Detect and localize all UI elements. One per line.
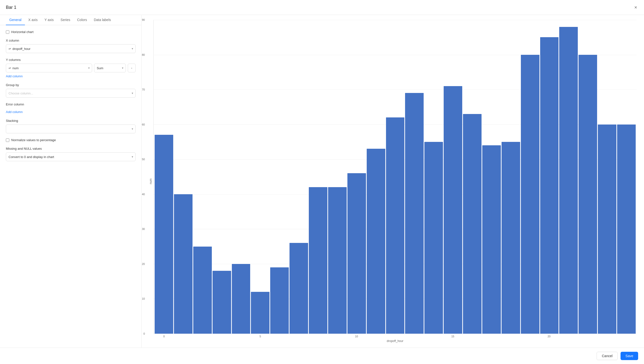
x-tick-label xyxy=(462,335,482,338)
horizontal-chart-label: Horizontal chart xyxy=(11,30,34,34)
bar xyxy=(559,27,578,334)
y-tick: 80 xyxy=(137,53,145,56)
bar xyxy=(212,271,231,334)
x-tick-label: 20 xyxy=(540,335,559,338)
x-column-select[interactable]: ⇌ dropoff_hour xyxy=(6,44,136,53)
chart-panel: num 9080706050403020100 05101520 dropoff… xyxy=(142,15,644,348)
x-tick-label xyxy=(212,335,231,338)
y-remove-button[interactable]: - xyxy=(128,64,136,72)
bar xyxy=(309,187,327,334)
horizontal-chart-row: Horizontal chart xyxy=(6,30,136,34)
close-button[interactable]: × xyxy=(633,4,638,11)
tab-datalabels[interactable]: Data labels xyxy=(90,15,114,25)
y-tick: 60 xyxy=(137,123,145,126)
tab-xaxis[interactable]: X axis xyxy=(25,15,41,25)
y-column-select-wrapper: ⇌ num ▾ xyxy=(6,64,92,72)
group-by-select-wrapper: Choose column... ▾ xyxy=(6,89,136,98)
tab-general[interactable]: General xyxy=(6,15,25,25)
y-column-select[interactable]: ⇌ num xyxy=(6,64,92,72)
x-column-label: X column xyxy=(6,39,136,42)
x-tick-label xyxy=(578,335,597,338)
bar xyxy=(598,124,616,334)
x-tick-label xyxy=(482,335,501,338)
cancel-button[interactable]: Cancel xyxy=(596,352,618,360)
missing-null-section: Missing and NULL values Convert to 0 and… xyxy=(6,147,136,161)
group-by-section: Group by Choose column... ▾ xyxy=(6,83,136,98)
x-column-value: dropoff_hour xyxy=(12,47,30,51)
x-column-section: X column ⇌ dropoff_hour ▾ xyxy=(6,39,136,53)
y-tick: 50 xyxy=(137,158,145,161)
chart-area: num 9080706050403020100 05101520 dropoff… xyxy=(149,20,637,343)
horizontal-chart-checkbox[interactable] xyxy=(6,30,9,34)
dialog-title: Bar 1 xyxy=(6,5,16,10)
x-tick-label xyxy=(520,335,540,338)
chart-grid: 9080706050403020100 xyxy=(154,20,637,334)
bar xyxy=(578,55,597,334)
tab-bar: General X axis Y axis Series Colors Data… xyxy=(0,15,142,25)
grid-line xyxy=(154,334,637,334)
x-tick-label xyxy=(424,335,443,338)
y-tick: 0 xyxy=(137,332,145,335)
tab-colors[interactable]: Colors xyxy=(74,15,90,25)
y-axis-label: num xyxy=(149,20,152,343)
bar xyxy=(328,187,347,334)
group-by-select[interactable]: Choose column... xyxy=(6,89,136,98)
bar xyxy=(174,194,192,334)
bar xyxy=(482,145,501,334)
bar xyxy=(405,93,424,334)
normalize-row: Normalize values to percentage xyxy=(6,138,136,142)
y-column-value: num xyxy=(12,66,18,70)
x-tick-label xyxy=(289,335,308,338)
x-tick-label: 10 xyxy=(347,335,366,338)
x-column-select-wrapper: ⇌ dropoff_hour ▾ xyxy=(6,44,136,53)
missing-null-value: Convert to 0 and display in chart xyxy=(8,155,54,159)
stacking-select[interactable] xyxy=(6,124,136,133)
x-tick-label xyxy=(366,335,386,338)
y-columns-label: Y columns xyxy=(6,58,136,62)
bar xyxy=(290,243,308,334)
y-add-column-link[interactable]: Add column xyxy=(6,74,23,78)
y-aggregate-select-wrapper: Sum ▾ xyxy=(94,64,126,72)
normalize-label: Normalize values to percentage xyxy=(11,138,56,142)
stacking-label: Stacking xyxy=(6,119,136,123)
bar xyxy=(367,149,385,334)
x-tick-label: 0 xyxy=(154,335,174,338)
bar xyxy=(270,267,289,334)
error-add-column-link[interactable]: Add column xyxy=(6,110,23,114)
y-tick: 10 xyxy=(137,297,145,300)
bar xyxy=(502,142,520,334)
error-column-label: Error column xyxy=(6,102,136,106)
tab-series[interactable]: Series xyxy=(57,15,74,25)
y-aggregate-value: Sum xyxy=(97,66,103,70)
bar xyxy=(424,142,443,334)
bar xyxy=(232,264,250,334)
x-tick-label xyxy=(597,335,616,338)
missing-null-select[interactable]: Convert to 0 and display in chart xyxy=(6,152,136,161)
x-tick-label xyxy=(308,335,328,338)
y-aggregate-select[interactable]: Sum xyxy=(94,64,126,72)
tab-yaxis[interactable]: Y axis xyxy=(41,15,57,25)
x-axis-title: dropoff_hour xyxy=(154,339,637,343)
x-tick-label xyxy=(501,335,520,338)
y-columns-section: Y columns ⇌ num ▾ Sum ▾ xyxy=(6,58,136,78)
missing-null-label: Missing and NULL values xyxy=(6,147,136,150)
bar xyxy=(521,55,540,334)
normalize-checkbox[interactable] xyxy=(6,138,9,142)
bar xyxy=(617,124,636,334)
x-axis-labels: 05101520 xyxy=(154,334,637,338)
bars-container xyxy=(154,20,637,334)
y-tick: 40 xyxy=(137,193,145,196)
bar xyxy=(155,135,173,334)
stacking-section: Stacking ▾ xyxy=(6,119,136,133)
missing-null-select-wrapper: Convert to 0 and display in chart ▾ xyxy=(6,152,136,161)
error-column-section: Error column Add column xyxy=(6,102,136,114)
x-tick-label xyxy=(386,335,405,338)
save-button[interactable]: Save xyxy=(620,352,638,360)
x-tick-label xyxy=(193,335,212,338)
bar xyxy=(386,117,404,334)
x-tick-label xyxy=(174,335,193,338)
bar xyxy=(540,37,559,334)
x-tick-label xyxy=(404,335,424,338)
chart-container: num 9080706050403020100 05101520 dropoff… xyxy=(149,20,637,343)
x-tick-label xyxy=(559,335,578,338)
